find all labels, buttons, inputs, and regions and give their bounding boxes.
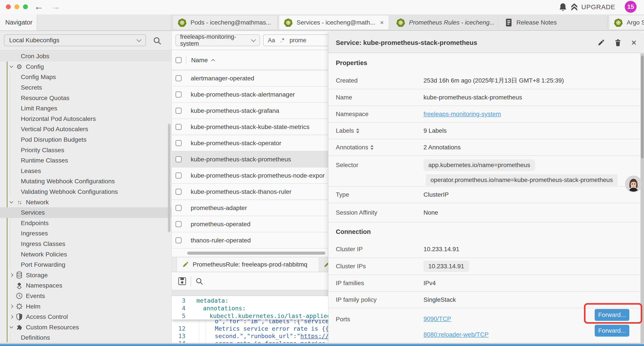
tab-services[interactable]: Services - icecheng@math... × xyxy=(279,15,389,30)
sidebar-item-services[interactable]: Services xyxy=(0,207,172,218)
editor-tab-prometheusrule[interactable]: PrometheusRule: freeleaps-prod-rabbitmq xyxy=(177,257,319,272)
row-checkbox[interactable] xyxy=(176,205,182,211)
editor-line: 14 error rate in freeleaps metrics ser xyxy=(172,340,328,343)
yaml-editor[interactable]: o","for":"1m","labels":{"service":" 12 M… xyxy=(172,296,328,343)
table-row[interactable]: kube-prometheus-stack-kube-state-metrics xyxy=(172,119,328,135)
sidebar-item-events[interactable]: Events xyxy=(0,291,172,301)
sidebar-item-definitions[interactable]: Definitions xyxy=(0,333,172,343)
row-checkbox[interactable] xyxy=(176,221,182,227)
sidebar-item-leases[interactable]: Leases xyxy=(0,166,172,176)
delete-icon[interactable] xyxy=(614,39,622,47)
cluster-ips-row: Cluster IPs 10.233.14.91 xyxy=(328,258,640,275)
table-row[interactable]: prometheus-operated xyxy=(172,216,328,232)
sidebar-item-limit-ranges[interactable]: Limit Ranges xyxy=(0,103,172,114)
select-all-checkbox[interactable] xyxy=(176,57,182,63)
kubeconfig-selector[interactable]: Local Kubeconfigs xyxy=(4,34,146,46)
sidebar-item-storage[interactable]: Storage xyxy=(0,270,172,280)
row-checkbox[interactable] xyxy=(176,124,182,130)
row-checkbox[interactable] xyxy=(176,237,182,243)
tab-pods[interactable]: Pods - icecheng@mathmas... xyxy=(173,15,278,30)
expand-labels-icon[interactable] xyxy=(356,128,359,133)
window-close-button[interactable] xyxy=(6,4,11,9)
name-column-header[interactable]: Name xyxy=(191,56,208,64)
table-row[interactable]: kube-prometheus-stack-prometheus-node-ex… xyxy=(172,168,328,184)
details-scrollbar-track[interactable] xyxy=(640,53,644,343)
sidebar-search-icon[interactable] xyxy=(153,36,162,45)
namespace-link[interactable]: freeleaps-monitoring-system xyxy=(424,111,501,118)
selector-chip[interactable]: operator.prometheus.io/name=kube-prometh… xyxy=(426,174,618,186)
sidebar-item-network[interactable]: ↑↓Network xyxy=(0,197,172,207)
regex-icon[interactable]: .* xyxy=(280,37,284,44)
expand-annotations-icon[interactable] xyxy=(370,145,374,150)
sidebar-item-namespaces[interactable]: Namespaces xyxy=(0,280,172,291)
table-row[interactable]: kube-prometheus-stack-thanos-ruler xyxy=(172,184,328,200)
sidebar-item-horizontal-pod-autoscalers[interactable]: Horizontal Pod Autoscalers xyxy=(0,114,172,124)
table-header[interactable]: Name xyxy=(172,50,328,70)
row-checkbox[interactable] xyxy=(176,156,182,162)
match-case-icon[interactable]: Aa xyxy=(268,37,275,44)
bell-icon[interactable] xyxy=(558,3,567,12)
close-panel-icon[interactable]: × xyxy=(631,38,636,47)
sidebar-item-priority-classes[interactable]: Priority Classes xyxy=(0,145,172,155)
window-maximize-button[interactable] xyxy=(23,4,28,9)
close-tab-icon[interactable]: × xyxy=(380,19,384,26)
sidebar-item-access-control[interactable]: Access Control xyxy=(0,312,172,322)
edit-icon[interactable] xyxy=(597,39,605,46)
row-checkbox[interactable] xyxy=(176,108,182,114)
details-scrollbar-thumb[interactable] xyxy=(641,56,644,159)
upgrade-button[interactable]: UPGRADE xyxy=(571,3,615,11)
forward-arrow-icon[interactable]: → xyxy=(51,1,60,12)
editor-search-icon[interactable] xyxy=(196,278,204,285)
row-checkbox[interactable] xyxy=(176,173,182,178)
sidebar-scrollbar-thumb[interactable] xyxy=(168,124,170,232)
navigator-panel-tab[interactable]: Navigator xyxy=(0,14,37,30)
tab-release-notes[interactable]: Release Notes xyxy=(500,15,607,30)
port-link-9090[interactable]: 9090/TCP xyxy=(424,315,451,322)
sidebar-item-custom-resources[interactable]: Custom Resources xyxy=(0,322,172,333)
table-row-selected[interactable]: kube-prometheus-stack-prometheus xyxy=(172,151,328,168)
selector-chip[interactable]: app.kubernetes.io/name=prometheus xyxy=(424,159,535,171)
sidebar-item-port-forwarding[interactable]: Port Forwarding xyxy=(0,260,172,270)
row-checkbox[interactable] xyxy=(176,75,182,81)
sidebar-item-runtime-classes[interactable]: Runtime Classes xyxy=(0,155,172,166)
back-arrow-icon[interactable]: ← xyxy=(34,1,44,12)
row-checkbox[interactable] xyxy=(176,91,182,97)
sidebar-item-network-policies[interactable]: Network Policies xyxy=(0,249,172,260)
window-minimize-button[interactable] xyxy=(14,4,19,9)
sidebar-item-secrets[interactable]: Secrets xyxy=(0,82,172,93)
sidebar-item-config[interactable]: ⚙Config xyxy=(0,61,172,72)
table-row[interactable]: kube-prometheus-stack-alertmanager xyxy=(172,86,328,103)
port-link-8080[interactable]: 8080:reloader-web/TCP xyxy=(424,331,488,338)
runbook-url-link[interactable]: https://net xyxy=(300,333,328,340)
sort-ascending-icon[interactable] xyxy=(211,59,215,63)
editor-tab-next-partial[interactable] xyxy=(324,261,328,268)
sidebar-item-endpoints[interactable]: Endpoints xyxy=(0,218,172,228)
cluster-ips-chip[interactable]: 10.233.14.91 xyxy=(424,261,469,272)
row-checkbox[interactable] xyxy=(176,189,182,195)
table-row[interactable]: thanos-ruler-operated xyxy=(172,232,328,249)
forward-button-8080[interactable]: Forward... xyxy=(595,325,629,337)
sidebar-item-helm[interactable]: Helm xyxy=(0,301,172,312)
sidebar-item-resource-quotas[interactable]: Resource Quotas xyxy=(0,93,172,103)
horizontal-scrollbar-thumb[interactable] xyxy=(187,252,325,255)
sidebar-item-ingress-classes[interactable]: Ingress Classes xyxy=(0,239,172,249)
search-input[interactable]: Aa .* prome xyxy=(263,34,328,46)
sidebar-item-cron-jobs[interactable]: Cron Jobs xyxy=(0,51,172,61)
sidebar-item-validating-webhook-configurations[interactable]: Validating Webhook Configurations xyxy=(0,187,172,197)
save-icon[interactable] xyxy=(178,277,186,285)
table-row[interactable]: prometheus-adapter xyxy=(172,200,328,216)
sidebar-item-vertical-pod-autoscalers[interactable]: Vertical Pod Autoscalers xyxy=(0,124,172,134)
tab-prometheus-rules[interactable]: Prometheus Rules - icecheng... xyxy=(392,15,498,30)
sidebar-item-config-maps[interactable]: Config Maps xyxy=(0,72,172,82)
user-avatar[interactable] xyxy=(625,176,642,192)
row-checkbox[interactable] xyxy=(176,140,182,146)
sidebar-item-mutating-webhook-configurations[interactable]: Mutating Webhook Configurations xyxy=(0,176,172,187)
table-row[interactable]: kube-prometheus-stack-operator xyxy=(172,135,328,151)
sidebar-item-pod-disruption-budgets[interactable]: Pod Disruption Budgets xyxy=(0,134,172,145)
namespace-selector[interactable]: freeleaps-monitoring-system xyxy=(175,34,260,46)
tab-argo[interactable]: Argo Se xyxy=(609,15,644,30)
table-row[interactable]: alertmanager-operated xyxy=(172,70,328,86)
table-row[interactable]: kube-prometheus-stack-grafana xyxy=(172,103,328,119)
sidebar-item-ingresses[interactable]: Ingresses xyxy=(0,228,172,239)
notification-badge[interactable]: 15 xyxy=(625,1,636,13)
